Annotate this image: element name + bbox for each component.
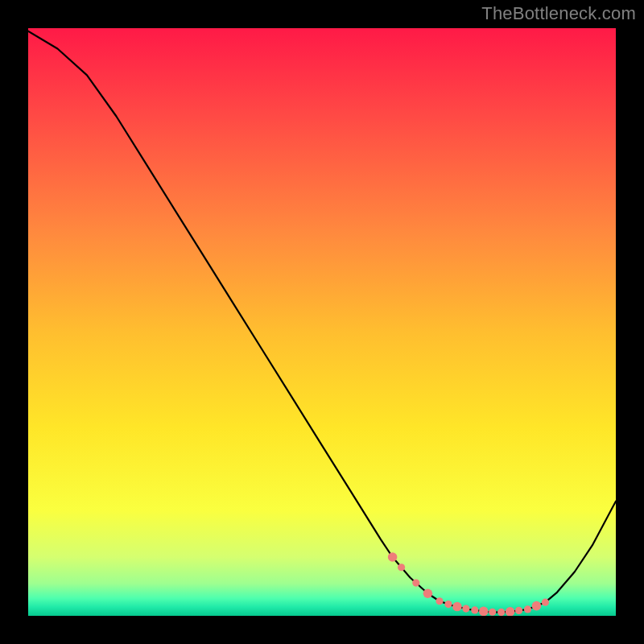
highlight-dot: [489, 609, 496, 616]
highlight-dot: [471, 606, 478, 613]
highlight-dot: [423, 588, 433, 598]
highlight-dot: [412, 580, 419, 587]
highlight-dot: [479, 607, 489, 616]
highlight-dot: [388, 552, 398, 562]
highlight-dot: [452, 602, 462, 612]
highlight-dot: [515, 607, 522, 614]
highlight-dot: [462, 605, 469, 613]
chart-frame: TheBottleneck.com: [0, 0, 644, 644]
highlight-dot: [398, 564, 405, 571]
highlight-dot: [524, 605, 531, 613]
highlight-dot: [532, 601, 542, 611]
highlight-dot: [436, 597, 443, 605]
plot-area: [28, 28, 616, 616]
highlight-dot: [444, 601, 452, 608]
highlight-dot: [497, 609, 505, 616]
highlight-dot: [542, 599, 549, 606]
chart-svg: [28, 28, 616, 616]
watermark-text: TheBottleneck.com: [481, 3, 636, 24]
